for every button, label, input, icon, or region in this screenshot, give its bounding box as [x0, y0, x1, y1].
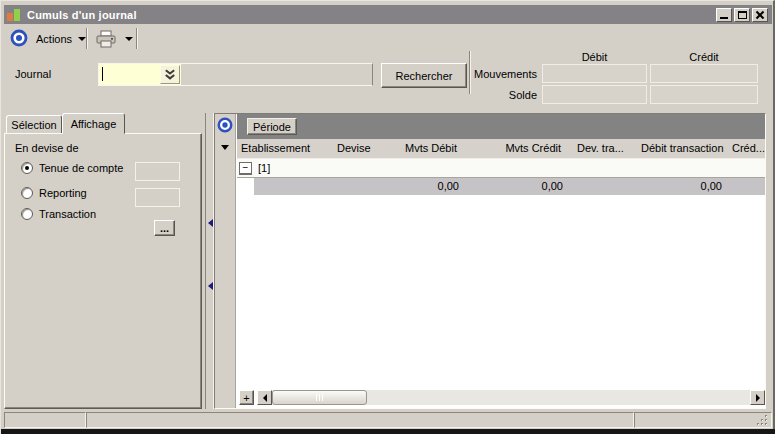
- print-dropdown-button[interactable]: [121, 28, 137, 49]
- tab-selection[interactable]: Sélection: [6, 115, 62, 134]
- close-icon: [753, 9, 767, 21]
- totals-indent-cell: [237, 178, 254, 195]
- column-header-devise[interactable]: Devise: [333, 139, 387, 158]
- column-header-credit-transaction[interactable]: Créd...: [728, 139, 765, 158]
- actions-label: Actions: [36, 33, 72, 45]
- totals-cell: [333, 178, 387, 195]
- scroll-right-button[interactable]: [750, 390, 765, 405]
- window-title: Cumuls d'un journal: [27, 9, 137, 21]
- add-row-button[interactable]: +: [239, 390, 254, 405]
- radio-reporting[interactable]: Reporting: [21, 187, 87, 199]
- toolbar-separator: [136, 28, 138, 49]
- more-options-button[interactable]: ...: [154, 220, 175, 236]
- radio-label: Reporting: [39, 187, 87, 199]
- column-header-mvts-debit[interactable]: Mvts Débit: [387, 139, 465, 158]
- minimize-icon: [720, 17, 728, 19]
- scrollbar-track[interactable]: [367, 390, 750, 405]
- radio-label: Transaction: [39, 208, 96, 220]
- printer-icon: [95, 30, 117, 48]
- resize-grip-icon[interactable]: [756, 414, 769, 427]
- splitter-collapse-icon[interactable]: [208, 219, 213, 227]
- radio-button-icon[interactable]: [21, 162, 33, 174]
- grid-row-indicator-column: [215, 114, 236, 408]
- reporting-devise-field[interactable]: [135, 188, 180, 207]
- journal-input[interactable]: [99, 64, 181, 85]
- maximize-icon: [738, 11, 747, 19]
- actions-menu-button[interactable]: Actions: [36, 33, 86, 45]
- tenue-devise-field[interactable]: [135, 162, 180, 181]
- status-bar: [4, 412, 772, 429]
- column-header-dev-transaction[interactable]: Dev. tra...: [569, 139, 633, 158]
- grid-header-row: Etablissement Devise Mvts Débit Mvts Cré…: [237, 139, 765, 159]
- radio-tenue-de-compte[interactable]: Tenue de compte: [21, 162, 123, 174]
- scrollbar-thumb[interactable]: [272, 390, 367, 405]
- minimize-button[interactable]: [716, 8, 732, 22]
- group-row-label: [1]: [258, 162, 270, 174]
- column-header-mvts-credit[interactable]: Mvts Crédit: [465, 139, 569, 158]
- triangle-left-icon: [263, 394, 267, 402]
- window-bottom-edge: [1, 429, 775, 434]
- maximize-button[interactable]: [734, 8, 750, 22]
- group-by-periode-button[interactable]: Période: [247, 118, 297, 135]
- triangle-down-icon: [125, 37, 133, 41]
- radio-transaction[interactable]: Transaction: [21, 208, 96, 220]
- mouvements-debit-field: [542, 64, 647, 83]
- grid-totals-row: 0,00 0,00 0,00: [237, 178, 765, 195]
- print-button[interactable]: [92, 28, 119, 49]
- chevron-down-icon: [78, 37, 86, 41]
- journal-grid: Période Etablissement Devise Mvts Débit …: [214, 113, 766, 409]
- mouvements-credit-field: [650, 64, 758, 83]
- status-panel-middle: [86, 412, 634, 428]
- status-panel-right: [634, 412, 772, 428]
- close-button[interactable]: [752, 8, 768, 22]
- totals-cell: [569, 178, 633, 195]
- double-chevron-down-icon: [164, 69, 176, 81]
- scroll-left-button[interactable]: [257, 390, 272, 405]
- grid-bullseye-icon[interactable]: [217, 117, 233, 133]
- solde-credit-field: [650, 85, 758, 104]
- totals-cell: [728, 178, 765, 195]
- app-icon: [7, 8, 21, 22]
- totals-debit-transaction: 0,00: [633, 178, 728, 195]
- status-panel-left: [4, 412, 86, 428]
- grid-group-row[interactable]: − [1]: [237, 159, 765, 178]
- actions-bullseye-icon[interactable]: [10, 29, 28, 47]
- radio-label: Tenue de compte: [39, 162, 123, 174]
- app-window: Cumuls d'un journal Actions Journal: [0, 0, 775, 434]
- radio-button-icon[interactable]: [21, 208, 33, 220]
- titlebar[interactable]: Cumuls d'un journal: [4, 5, 772, 24]
- affichage-tab-page: En devise de Tenue de compte Reporting T…: [4, 133, 202, 409]
- devise-group-title: En devise de: [15, 142, 79, 154]
- triangle-right-icon: [756, 394, 760, 402]
- radio-button-icon[interactable]: [21, 187, 33, 199]
- totals-cell: [254, 178, 333, 195]
- row-indicator-icon[interactable]: [221, 145, 229, 150]
- solde-label: Solde: [453, 89, 537, 101]
- column-header-etablissement[interactable]: Etablissement: [237, 139, 333, 158]
- mouvements-label: Mouvements: [453, 68, 537, 80]
- credit-column-label: Crédit: [650, 51, 758, 63]
- totals-mvts-credit: 0,00: [465, 178, 569, 195]
- journal-combobox[interactable]: [98, 63, 373, 86]
- group-by-band: Période: [237, 114, 765, 139]
- journal-description-field: [181, 64, 372, 85]
- journal-open-button[interactable]: [160, 65, 180, 84]
- panel-splitter[interactable]: [205, 113, 214, 409]
- solde-debit-field: [542, 85, 647, 104]
- journal-label: Journal: [15, 68, 51, 80]
- column-header-debit-transaction[interactable]: Débit transaction: [633, 139, 728, 158]
- window-controls: [716, 8, 768, 22]
- toolbar-separator: [86, 28, 88, 49]
- tab-affichage[interactable]: Affichage: [62, 113, 125, 134]
- horizontal-scrollbar[interactable]: [257, 390, 765, 405]
- totals-mvts-debit: 0,00: [387, 178, 465, 195]
- splitter-collapse-icon[interactable]: [208, 282, 213, 290]
- collapse-group-button[interactable]: −: [239, 162, 252, 175]
- text-caret: [102, 67, 103, 81]
- debit-column-label: Débit: [542, 51, 647, 63]
